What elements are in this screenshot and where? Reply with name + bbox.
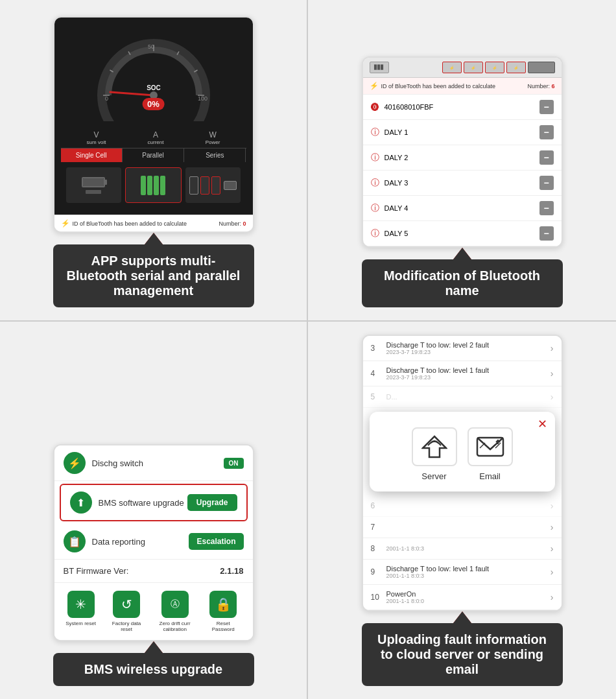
batt-top-1: ▊▊▊ [370,62,389,73]
fault-item-5: 5 D... › [363,386,562,408]
main-grid: 0 50 100 SOC 0% [0,0,616,699]
phone-mockup-1: 0 50 100 SOC 0% [53,16,254,233]
bt-item-name-3: DALY 3 [385,179,409,187]
bt-minus-4[interactable]: − [539,201,554,215]
upgrade-button[interactable]: Upgrade [187,494,237,511]
battery-top-group: ▊▊▊ [370,62,389,73]
bt-id-text: ID of BlueTooth has been added to calcul… [381,83,496,89]
system-reset-item[interactable]: ✳ System reset [65,591,96,632]
data-reporting-row: 📋 Data reporting Escalation [54,524,253,560]
server-option[interactable]: Server [412,427,457,481]
fault-date-4: 2023-3-7 19:8:23 [386,374,551,381]
bt-list-item-5[interactable]: ⓘ DALY 5 − [363,221,562,246]
dischg-icon: ⚡ [64,452,86,474]
fault-item-10[interactable]: 10 PowerOn 2001-1-1 8:0:0 › [363,585,562,610]
cell-bms-upgrade: ⚡ Dischg switch ON ⬆ BMS software upgrad… [0,322,308,699]
battery-single [66,167,121,203]
bt-info-text-1: ID of BlueTooth has been added to calcul… [73,220,187,227]
caption-4: Uploading fault information to cloud ser… [362,623,563,686]
reset-password-item[interactable]: 🔒 Reset Password [206,591,241,632]
tab-series[interactable]: Series [184,148,246,162]
fw-label: BT Firmware Ver: [64,566,129,576]
calibration-label: Zero drift curr calibration [157,621,193,632]
system-reset-label: System reset [65,621,96,626]
svg-text:50: 50 [148,43,154,50]
system-reset-icon: ✳ [67,591,95,618]
bt-top-bar: ▊▊▊ ⚡ ⚡ ⚡ ⚡ [363,58,562,78]
dialog-close-button[interactable]: ✕ [538,417,547,431]
stat-volt: V sum volt [87,130,106,145]
bt-minus-2[interactable]: − [539,150,554,165]
bt-number-2: 6 [551,83,554,89]
bt-minus-0[interactable]: − [539,100,554,114]
bt-item-icon-5: ⓘ [371,228,379,239]
fault-arrow-4: › [551,368,554,379]
batt-top-2: ⚡ [442,62,462,73]
bt-minus-5[interactable]: − [539,226,554,241]
bt-list-item-3[interactable]: ⓘ DALY 3 − [363,171,562,196]
bt-minus-3[interactable]: − [539,176,554,190]
bt-list-item-4[interactable]: ⓘ DALY 4 − [363,196,562,221]
svg-text:0: 0 [105,95,108,102]
bt-list-item-1[interactable]: ⓘ DALY 1 − [363,120,562,145]
email-label: Email [479,471,501,481]
bms-screen: ⚡ Dischg switch ON ⬆ BMS software upgrad… [54,445,253,640]
email-icon-box [468,427,513,466]
fault-num-3: 3 [371,344,381,353]
cell-fault-upload: 3 Discharge T too low: level 2 fault 202… [308,322,616,699]
battery-parallel [125,167,182,203]
caption-1: APP supports multi-Bluetooth serial and … [53,244,254,307]
stat-power: W Power [206,130,220,145]
calibration-item[interactable]: Ⓐ Zero drift curr calibration [157,591,193,632]
dischg-row: ⚡ Dischg switch ON [54,445,253,481]
fw-row: BT Firmware Ver: 2.1.18 [54,560,253,583]
batt-top-right [528,62,555,73]
toggle-on[interactable]: ON [224,458,244,469]
fault-item-6: 6 › [363,495,562,517]
reset-password-label: Reset Password [206,621,241,632]
bt-info-bar-1: ⚡ ID of BlueTooth has been added to calc… [54,215,253,231]
escalation-button[interactable]: Escalation [189,533,243,550]
email-option[interactable]: Email [468,427,513,481]
bt-item-icon-3: ⓘ [371,177,379,189]
fault-item-4[interactable]: 4 Discharge T too low: level 1 fault 202… [363,361,562,386]
stat-current: A current [148,130,164,145]
bt-item-name-0: 401608010FBF [385,103,434,111]
calibration-icon: Ⓐ [161,591,189,618]
bt-item-icon-2: ⓘ [371,152,379,163]
server-label: Server [421,471,446,481]
bluetooth-icon-1: ⚡ [61,219,70,228]
tab-single-cell[interactable]: Single Cell [61,148,123,162]
fault-date-3: 2023-3-7 19:8:23 [386,349,551,355]
factory-reset-item[interactable]: ↺ Factory data reset [109,591,145,632]
gauge-container: 0 50 100 SOC 0% [61,24,246,128]
batt-top-5: ⚡ [506,62,526,73]
factory-reset-icon: ↺ [113,591,140,618]
bms-upgrade-row: ⬆ BMS software upgrade Upgrade [61,485,246,520]
bt-list-item-0[interactable]: ⓿ 401608010FBF − [363,95,562,120]
fault-item-3[interactable]: 3 Discharge T too low: level 2 fault 202… [363,336,562,361]
factory-reset-label: Factory data reset [109,621,145,632]
battery-series [185,167,241,203]
bt-item-name-4: DALY 4 [385,204,409,212]
fault-item-9[interactable]: 9 Discharge T too low: level 1 fault 200… [363,560,562,585]
battery-display-1 [61,162,246,208]
fault-item-7[interactable]: 7 › [363,517,562,538]
bms-upgrade-highlight: ⬆ BMS software upgrade Upgrade [60,484,248,521]
phone-mockup-3: ⚡ Dischg switch ON ⬆ BMS software upgrad… [53,444,254,641]
fault-item-8[interactable]: 8 2001-1-1 8:0:3 › [363,538,562,560]
reset-icons-row: ✳ System reset ↺ Factory data reset Ⓐ Ze… [54,583,253,640]
upload-dialog: ✕ Server [370,412,555,492]
batt-top-4: ⚡ [485,62,504,73]
bt-minus-1[interactable]: − [539,125,554,139]
fault-title-4: Discharge T too low: level 1 fault [386,366,551,374]
bt-list-item-2[interactable]: ⓘ DALY 2 − [363,145,562,171]
reset-password-icon: 🔒 [209,591,237,618]
fault-title-3: Discharge T too low: level 2 fault [386,341,551,349]
upgrade-icon: ⬆ [70,492,92,514]
reporting-icon: 📋 [64,530,86,552]
tab-parallel[interactable]: Parallel [123,148,184,162]
upgrade-label: BMS software upgrade [99,498,184,508]
fault-arrow-3: › [551,343,554,353]
fw-version: 2.1.18 [220,566,243,576]
